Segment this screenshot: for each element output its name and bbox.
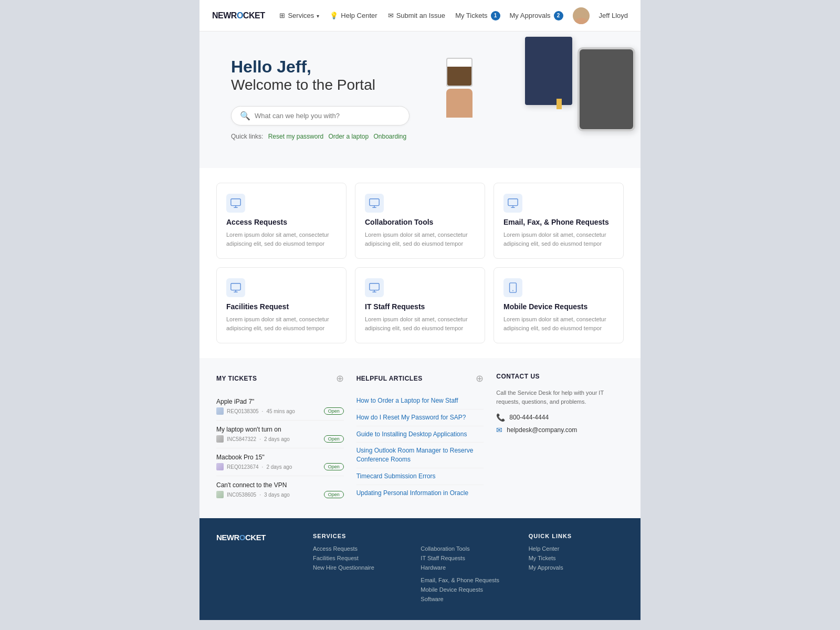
services-nav-link[interactable]: ⊞ Services [279, 12, 319, 19]
service-title: Collaboration Tools [365, 218, 475, 226]
article-link[interactable]: Timecard Submission Errors [356, 468, 484, 485]
ticket-info: INC0538605 · 3 days ago [216, 491, 290, 498]
article-link[interactable]: How do I Reset My Password for SAP? [356, 410, 484, 426]
help-icon: 💡 [330, 12, 338, 19]
service-desc: Lorem ipsum dolor sit amet, consectetur … [365, 315, 475, 332]
svg-rect-5 [370, 199, 379, 206]
quick-link-order-laptop[interactable]: Order a laptop [328, 133, 369, 140]
ticket-meta: REQ0123674 · 2 days ago Open [216, 463, 344, 470]
tickets-section-title: MY TICKETS [216, 375, 257, 382]
hero-content: Hello Jeff, Welcome to the Portal 🔍 Quic… [231, 57, 430, 140]
service-card-collaboration-tools[interactable]: Collaboration Tools Lorem ipsum dolor si… [355, 183, 485, 259]
ticket-title: My laptop won't turn on [216, 426, 344, 433]
footer-brand-area: NEWROCKET [216, 533, 300, 605]
articles-header: HELPFUL ARTICLES ⊕ [356, 373, 484, 384]
navbar: NEWROCKET ⊞ Services 💡 Help Center ✉ Sub… [200, 0, 640, 32]
quick-link-reset-password[interactable]: Reset my password [268, 133, 323, 140]
footer-link[interactable]: Software [421, 596, 516, 602]
footer-services-title: SERVICES [313, 533, 408, 539]
ticket-thumb [216, 435, 224, 443]
service-desc: Lorem ipsum dolor sit amet, consectetur … [226, 230, 337, 248]
contact-phone[interactable]: 📞 800-444-4444 [496, 413, 624, 422]
service-card-email-fax-phone[interactable]: Email, Fax, & Phone Requests Lorem ipsum… [494, 183, 624, 259]
footer-services-col1: SERVICES Access Requests Facilities Requ… [313, 533, 408, 605]
ticket-title: Can't connect to the VPN [216, 481, 344, 489]
ticket-item[interactable]: Macbook Pro 15" REQ0123674 · 2 days ago … [216, 448, 344, 476]
ticket-item[interactable]: Apple iPad 7" REQ0138305 · 45 mins ago O… [216, 393, 344, 421]
article-link[interactable]: Guide to Installing Desktop Applications [356, 426, 484, 443]
footer-quick-links-title: QUICK LINKS [529, 533, 624, 539]
nav-right: My Tickets 1 My Approvals 2 Jeff Lloyd [455, 7, 628, 24]
search-icon: 🔍 [240, 111, 250, 121]
ticket-item[interactable]: My laptop won't turn on INC5847322 · 2 d… [216, 421, 344, 448]
ticket-thumb [216, 491, 224, 498]
footer-inner: NEWROCKET SERVICES Access Requests Facil… [216, 533, 624, 605]
tickets-badge: 1 [491, 11, 500, 20]
ticket-meta: INC0538605 · 3 days ago Open [216, 491, 344, 498]
tablet-illustration [578, 47, 635, 131]
footer-link[interactable]: Collaboration Tools [421, 545, 516, 552]
email-icon: ✉ [388, 12, 394, 19]
articles-section-title: HELPFUL ARTICLES [356, 375, 423, 382]
ticket-title: Macbook Pro 15" [216, 454, 344, 461]
notebook-illustration [525, 37, 572, 105]
ticket-item[interactable]: Can't connect to the VPN INC0538605 · 3 … [216, 476, 344, 503]
ticket-info: INC5847322 · 2 days ago [216, 435, 290, 443]
collaboration-tools-icon [365, 194, 384, 213]
footer: NEWROCKET SERVICES Access Requests Facil… [200, 518, 640, 620]
avatar[interactable] [573, 7, 590, 24]
footer-link[interactable]: New Hire Questionnaire [313, 564, 408, 571]
my-tickets-nav[interactable]: My Tickets 1 [455, 11, 500, 20]
submit-issue-nav-link[interactable]: ✉ Submit an Issue [388, 12, 445, 19]
footer-quick-links: QUICK LINKS Help Center My Tickets My Ap… [529, 533, 624, 605]
brand-logo[interactable]: NEWROCKET [212, 11, 265, 20]
service-card-mobile-device-requests[interactable]: Mobile Device Requests Lorem ipsum dolor… [494, 267, 624, 343]
svg-point-1 [575, 18, 587, 24]
articles-expand-icon[interactable]: ⊕ [476, 373, 484, 384]
tickets-header: MY TICKETS ⊕ [216, 373, 344, 384]
footer-quick-link[interactable]: Help Center [529, 545, 624, 552]
article-link[interactable]: Updating Personal Information in Oracle [356, 485, 484, 501]
service-desc: Lorem ipsum dolor sit amet, consectetur … [503, 315, 614, 332]
footer-link[interactable]: Facilities Request [313, 555, 408, 561]
footer-link[interactable]: Mobile Device Requests [421, 586, 516, 593]
service-title: Email, Fax, & Phone Requests [503, 218, 614, 226]
search-input[interactable] [255, 112, 401, 120]
hero-greeting: Hello Jeff, [231, 57, 430, 77]
footer-quick-link[interactable]: My Tickets [529, 555, 624, 561]
footer-link[interactable]: Access Requests [313, 545, 408, 552]
footer-brand-logo[interactable]: NEWROCKET [216, 533, 300, 542]
service-card-it-staff-requests[interactable]: IT Staff Requests Lorem ipsum dolor sit … [355, 267, 485, 343]
article-link[interactable]: How to Order a Laptop for New Staff [356, 393, 484, 410]
services-grid: Access Requests Lorem ipsum dolor sit am… [216, 183, 624, 343]
footer-quick-link[interactable]: My Approvals [529, 564, 624, 571]
ticket-info: REQ0138305 · 45 mins ago [216, 407, 295, 415]
contact-column: CONTACT US Call the Service Desk for hel… [496, 373, 624, 503]
footer-link[interactable]: Email, Fax, & Phone Requests [421, 577, 516, 583]
tickets-column: MY TICKETS ⊕ Apple iPad 7" REQ0138305 · … [216, 373, 344, 503]
article-link-outlook-room-manager[interactable]: Using Outlook Room Manager to Reserve Co… [356, 443, 484, 468]
bottom-section: MY TICKETS ⊕ Apple iPad 7" REQ0138305 · … [200, 358, 640, 518]
quick-link-onboarding[interactable]: Onboarding [373, 133, 406, 140]
status-badge: Open [324, 463, 344, 470]
user-name[interactable]: Jeff Lloyd [599, 12, 628, 19]
search-bar[interactable]: 🔍 [231, 106, 410, 125]
my-approvals-nav[interactable]: My Approvals 2 [510, 11, 563, 20]
chevron-down-icon [317, 12, 319, 19]
it-staff-requests-icon [365, 278, 384, 297]
contact-email[interactable]: ✉ helpdesk@company.com [496, 426, 624, 434]
footer-link[interactable]: Hardware [421, 564, 516, 571]
tickets-expand-icon[interactable]: ⊕ [336, 373, 344, 384]
footer-link[interactable]: IT Staff Requests [421, 555, 516, 561]
phone-icon: 📞 [496, 413, 505, 422]
articles-column: HELPFUL ARTICLES ⊕ How to Order a Laptop… [356, 373, 484, 503]
service-card-access-requests[interactable]: Access Requests Lorem ipsum dolor sit am… [216, 183, 346, 259]
svg-point-0 [578, 10, 585, 17]
services-section: Access Requests Lorem ipsum dolor sit am… [200, 168, 640, 358]
service-card-facilities-request[interactable]: Facilities Request Lorem ipsum dolor sit… [216, 267, 346, 343]
svg-rect-17 [510, 283, 517, 292]
contact-section-title: CONTACT US [496, 373, 540, 380]
status-badge: Open [324, 407, 344, 415]
help-center-nav-link[interactable]: 💡 Help Center [330, 12, 377, 19]
svg-rect-2 [231, 199, 240, 206]
